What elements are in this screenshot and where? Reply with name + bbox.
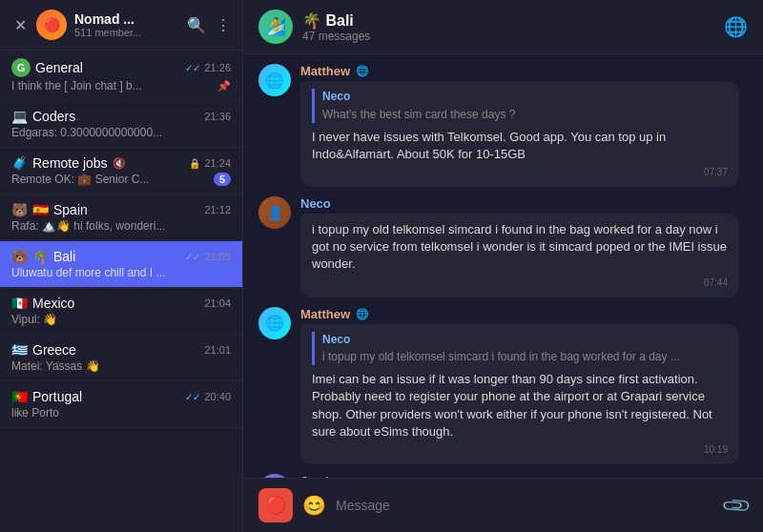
sender-matthew-1: Matthew bbox=[300, 64, 350, 78]
avatar-matthew-1: 🌐 bbox=[258, 64, 291, 96]
message-bubble-3: Neco i topup my old telkomsel simcard i … bbox=[300, 324, 739, 464]
chat-subtitle: 47 messages bbox=[302, 30, 714, 43]
pin-icon-general: 📌 bbox=[217, 80, 231, 92]
message-header-2: Neco bbox=[300, 196, 748, 211]
channel-preview-portugal: like Porto bbox=[11, 406, 183, 419]
double-check-bali: ✓✓ bbox=[185, 252, 200, 262]
mute-icon-remote-jobs: 🔇 bbox=[113, 157, 126, 170]
channel-time-remote-jobs: 21:24 bbox=[204, 157, 231, 169]
channel-name-spain: Spain bbox=[53, 202, 88, 217]
quoted-message-1: Neco What's the best sim card these days… bbox=[312, 89, 728, 123]
channel-item-mexico[interactable]: 🇲🇽 Mexico 21:04 Vipul: 👋 bbox=[0, 288, 242, 335]
message-text-3: Imei can be an issue if it was longer th… bbox=[312, 372, 712, 439]
quoted-sender-1: Neco bbox=[322, 89, 728, 105]
message-text-2: i topup my old telkomsel simcard i found… bbox=[312, 222, 727, 271]
emoji-button[interactable]: 😊 bbox=[302, 494, 326, 517]
header-icons: 🔍 ⋮ bbox=[187, 16, 231, 34]
channel-preview-mexico: Vipul: 👋 bbox=[11, 313, 183, 326]
avatar-neco-1: 👤 bbox=[258, 196, 291, 229]
channel-emoji-bali: 🐻 bbox=[11, 249, 28, 264]
channel-time-greece: 21:01 bbox=[204, 344, 231, 356]
channel-name-greece: Greece bbox=[32, 342, 76, 358]
channel-item-spain[interactable]: 🐻 🇪🇸 Spain 21:12 Rafa: 🏔️👋 hi folks, won… bbox=[0, 194, 242, 241]
message-time-1: 07:37 bbox=[312, 166, 728, 179]
message-input[interactable] bbox=[336, 498, 714, 513]
sidebar-header: ✕ 🔴 Nomad ... 511 member... 🔍 ⋮ bbox=[0, 0, 242, 51]
chat-input-area: 🔴 😊 📎 bbox=[243, 478, 763, 532]
app-icon-button[interactable]: 🔴 bbox=[258, 488, 293, 522]
messages-area: 🌐 Matthew 🌐 Neco What's the best sim car… bbox=[243, 54, 763, 478]
double-check-general: ✓✓ bbox=[185, 63, 200, 73]
channel-preview-bali: Uluwatu def more chill and I ... bbox=[11, 266, 183, 279]
channel-time-portugal: 20:40 bbox=[204, 391, 231, 402]
message-time-2: 07:44 bbox=[312, 276, 728, 290]
channel-emoji-mexico: 🇲🇽 bbox=[11, 296, 28, 311]
message-time-3: 10:19 bbox=[312, 443, 728, 457]
channel-emoji-spain2: 🇪🇸 bbox=[32, 202, 49, 217]
channel-name-remote-jobs: Remote jobs bbox=[32, 155, 108, 171]
channel-emoji-coders: 💻 bbox=[11, 109, 28, 124]
channel-item-portugal[interactable]: 🇵🇹 Portugal ✓✓ 20:40 like Porto bbox=[0, 381, 242, 428]
channel-item-bali[interactable]: 🐻 🌴 Bali ✓✓ 21:05 Uluwatu def more chill… bbox=[0, 241, 242, 288]
badge-remote-jobs: 5 bbox=[214, 173, 231, 186]
quoted-text-1: What's the best sim card these days ? bbox=[322, 107, 685, 123]
sender-badge-3: 🌐 bbox=[356, 308, 369, 320]
chat-header: 🏄 🌴 Bali 47 messages 🌐 bbox=[243, 0, 763, 54]
message-text-1: I never have issues with Telkomsel. Good… bbox=[312, 130, 666, 161]
group-subtitle: 511 member... bbox=[74, 27, 179, 38]
channel-emoji-general: G bbox=[11, 58, 31, 77]
group-avatar: 🔴 bbox=[36, 10, 67, 40]
message-group-1: 🌐 Matthew 🌐 Neco What's the best sim car… bbox=[258, 64, 748, 187]
channel-name-bali: Bali bbox=[53, 249, 75, 264]
channel-time-mexico: 21:04 bbox=[204, 297, 231, 309]
channel-time-bali: 21:05 bbox=[204, 251, 231, 262]
message-content-3: Matthew 🌐 Neco i topup my old telkomsel … bbox=[300, 307, 748, 464]
channel-preview-greece: Matei: Yassas 👋 bbox=[11, 359, 183, 373]
sender-matthew-2: Matthew bbox=[300, 307, 350, 321]
translate-icon[interactable]: 🌐 bbox=[724, 15, 748, 38]
message-bubble-1: Neco What's the best sim card these days… bbox=[300, 81, 739, 187]
chat-title: 🌴 Bali bbox=[302, 11, 714, 30]
channel-name-general: General bbox=[35, 60, 83, 75]
channel-item-greece[interactable]: 🇬🇷 Greece 21:01 Matei: Yassas 👋 bbox=[0, 335, 242, 381]
message-group-3: 🌐 Matthew 🌐 Neco i topup my old telkomse… bbox=[258, 307, 748, 464]
more-icon[interactable]: ⋮ bbox=[216, 16, 231, 34]
channel-item-remote-jobs[interactable]: 🧳 Remote jobs 🔇 🔒 21:24 Remote OK: 💼 Sen… bbox=[0, 148, 242, 194]
message-header-1: Matthew 🌐 bbox=[300, 64, 748, 78]
quoted-message-3: Neco i topup my old telkomsel simcard i … bbox=[312, 332, 728, 366]
close-button[interactable]: ✕ bbox=[11, 16, 29, 33]
avatar-matthew-2: 🌐 bbox=[258, 307, 291, 339]
message-group-2: 👤 Neco i topup my old telkomsel simcard … bbox=[258, 196, 748, 297]
channel-time-spain: 21:12 bbox=[204, 204, 231, 215]
message-bubble-2: i topup my old telkomsel simcard i found… bbox=[300, 214, 739, 297]
sidebar: ✕ 🔴 Nomad ... 511 member... 🔍 ⋮ G Genera… bbox=[0, 0, 243, 532]
channel-list: G General ✓✓ 21:26 I think the [ Join ch… bbox=[0, 51, 242, 532]
channel-name-mexico: Mexico bbox=[32, 296, 74, 311]
quoted-text-3: i topup my old telkomsel simcard i found… bbox=[322, 349, 685, 365]
quoted-sender-3: Neco bbox=[322, 332, 728, 348]
chat-info: 🌴 Bali 47 messages bbox=[302, 11, 714, 43]
channel-emoji-portugal: 🇵🇹 bbox=[11, 389, 28, 404]
message-header-3: Matthew 🌐 bbox=[300, 307, 748, 321]
channel-emoji-greece: 🇬🇷 bbox=[11, 342, 28, 358]
channel-time-coders: 21:36 bbox=[204, 111, 231, 122]
group-title: Nomad ... bbox=[74, 11, 179, 27]
group-info: Nomad ... 511 member... bbox=[74, 11, 179, 38]
double-check-portugal: ✓✓ bbox=[185, 392, 200, 402]
channel-preview-spain: Rafa: 🏔️👋 hi folks, wonderi... bbox=[11, 219, 183, 233]
channel-item-general[interactable]: G General ✓✓ 21:26 I think the [ Join ch… bbox=[0, 51, 242, 101]
channel-emoji-remote-jobs: 🧳 bbox=[11, 155, 28, 171]
attach-icon[interactable]: 📎 bbox=[719, 489, 753, 522]
channel-time-general: 21:26 bbox=[204, 62, 231, 73]
sender-badge-1: 🌐 bbox=[356, 65, 369, 77]
channel-item-coders[interactable]: 💻 Coders 21:36 Edgaras: 0.3000000000000.… bbox=[0, 101, 242, 148]
channel-emoji-spain: 🐻 bbox=[11, 202, 28, 217]
channel-name-coders: Coders bbox=[32, 109, 75, 124]
chat-avatar: 🏄 bbox=[258, 10, 293, 44]
sender-neco-1: Neco bbox=[300, 196, 331, 211]
search-icon[interactable]: 🔍 bbox=[187, 16, 206, 34]
channel-emoji-bali2: 🌴 bbox=[32, 249, 49, 264]
channel-preview-general: I think the [ Join chat ] b... bbox=[11, 79, 142, 92]
channel-preview-remote-jobs: Remote OK: 💼 Senior C... bbox=[11, 173, 149, 186]
channel-name-portugal: Portugal bbox=[32, 389, 82, 404]
